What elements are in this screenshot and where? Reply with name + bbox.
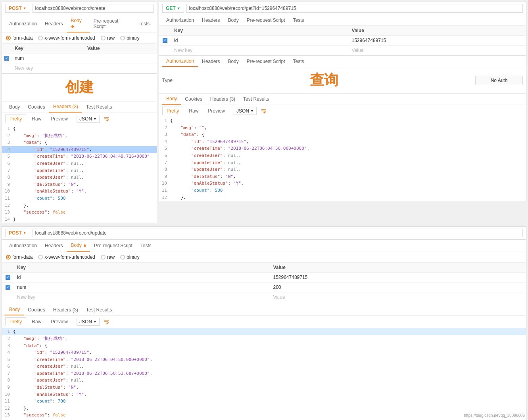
get-method-dropdown[interactable]: GET ▼ [162, 4, 184, 13]
update-cookies-tab[interactable]: Cookies [24, 305, 49, 315]
post-request-bar: POST ▼ [2, 2, 157, 15]
left-preview-tab[interactable]: Preview [47, 115, 72, 123]
update-preview-tab[interactable]: Preview [47, 318, 72, 326]
tab-headers-left[interactable]: Headers [41, 18, 67, 29]
update-headers-tab[interactable]: Headers [41, 240, 67, 251]
json-line-right-10: 10 "enAbleStatus": "Y", [159, 180, 526, 187]
get-pretty-tab[interactable]: Pretty [162, 107, 183, 115]
get-request-bar: GET ▼ [159, 2, 526, 15]
get-headers-3-tab[interactable]: Headers (3) [206, 94, 239, 104]
urlencoded-option-left[interactable]: x-www-form-urlencoded [38, 35, 95, 41]
tab-tests-left[interactable]: Tests [134, 18, 154, 29]
update-auth-tab[interactable]: Authorization [5, 240, 41, 251]
update-form-data-option[interactable]: form-data [6, 254, 33, 260]
get-tests-tab[interactable]: Tests [289, 15, 308, 25]
update-id-value: 1529647489715 [270, 273, 526, 282]
get-body-tab[interactable]: Body [224, 15, 242, 25]
json-line-right-5: 5 "createTime": "2018-06-22T06:04:50.000… [159, 145, 526, 152]
get-auth-tab[interactable]: Authorization [162, 15, 198, 25]
update-new-key: New key [14, 292, 270, 302]
left-pretty-tab[interactable]: Pretty [5, 115, 26, 123]
left-panel: POST ▼ Authorization Headers Body Pre-re… [0, 0, 159, 225]
update-format-select[interactable]: JSON ▼ [77, 318, 100, 326]
get-test-results-tab[interactable]: Test Results [239, 94, 273, 104]
update-prereq-tab[interactable]: Pre-request Script [90, 240, 136, 251]
json-line-right-6: 6 "createUser": null, [159, 152, 526, 159]
get-headers-tab2[interactable]: Headers [198, 56, 224, 67]
left-format-select[interactable]: JSON ▼ [77, 115, 100, 123]
tab-authorization-left[interactable]: Authorization [5, 18, 41, 29]
json-line-right-9: 9 "delStatus": "N", [159, 173, 526, 180]
get-prereq-tab[interactable]: Pre-request Script [243, 15, 289, 25]
left-testresults-tab[interactable]: Test Results [82, 102, 116, 112]
update-tabs-row: Authorization Headers Body Pre-request S… [2, 240, 526, 252]
right-panel: GET ▼ Authorization Headers Body Pre-req… [159, 0, 528, 225]
raw-radio-left [101, 36, 106, 40]
update-binary-option[interactable]: binary [120, 254, 140, 260]
create-label-container: 创建 [2, 74, 157, 101]
get-headers-tab[interactable]: Headers [198, 15, 224, 25]
get-id-checkbox[interactable]: ✓ [163, 38, 167, 43]
update-new-value: Value [270, 292, 526, 302]
update-params-header: Key Value [2, 263, 526, 273]
update-pretty-tab[interactable]: Pretty [5, 317, 26, 326]
update-url-input[interactable] [33, 229, 523, 237]
json-line-left-7: 7 "updateTime": null, [2, 167, 157, 174]
update-id-checkbox[interactable]: ✓ [6, 275, 10, 280]
tab-prerequest-left[interactable]: Pre-request Script [90, 15, 134, 32]
update-method-label: POST [9, 230, 22, 236]
left-wrap-icon[interactable] [103, 115, 111, 123]
update-id-row: ✓ id 1529647489715 [2, 273, 526, 283]
left-raw-tab[interactable]: Raw [28, 115, 45, 123]
auth-type-value: No Auth [475, 76, 523, 85]
update-urlencoded-option[interactable]: x-www-form-urlencoded [38, 254, 95, 260]
get-prereq-tab2[interactable]: Pre-request Script [243, 56, 289, 67]
get-cookies-tab[interactable]: Cookies [181, 94, 206, 104]
get-format-select[interactable]: JSON ▼ [234, 107, 257, 115]
raw-option-left[interactable]: raw [101, 35, 115, 41]
left-cookies-tab[interactable]: Cookies [24, 102, 49, 112]
update-headers-3-tab[interactable]: Headers (3) [49, 305, 82, 315]
get-tests-tab2[interactable]: Tests [289, 56, 308, 67]
update-tests-tab[interactable]: Tests [136, 240, 156, 251]
update-body-tab[interactable]: Body [67, 240, 90, 252]
get-tabs-row: Authorization Headers Body Pre-request S… [159, 15, 526, 26]
get-preview-tab[interactable]: Preview [204, 107, 229, 115]
json-line-bot-12: 12 }, [2, 405, 526, 412]
binary-option-left[interactable]: binary [120, 35, 140, 41]
get-id-value: 1529647489715 [349, 36, 526, 45]
json-line-right-12: 12 }, [159, 194, 526, 201]
update-body-tab-resp[interactable]: Body [5, 304, 24, 315]
json-line-left-12: 12 }, [2, 202, 157, 209]
get-params-header: Key Value [159, 26, 526, 36]
update-num-key: num [14, 283, 270, 292]
main-container: POST ▼ Authorization Headers Body Pre-re… [0, 0, 528, 420]
tab-body-left[interactable]: Body [67, 15, 89, 32]
update-method-dropdown[interactable]: POST ▼ [5, 229, 30, 237]
left-headers-tab[interactable]: Headers (3) [49, 101, 82, 113]
update-wrap-icon[interactable] [103, 318, 111, 326]
get-raw-tab[interactable]: Raw [185, 107, 202, 115]
new-param-row-left: New key [2, 63, 157, 73]
get-url-input[interactable] [186, 4, 523, 13]
update-test-results-tab[interactable]: Test Results [82, 305, 116, 315]
json-line-left-13: 13 "success": false [2, 209, 157, 216]
update-raw-option[interactable]: raw [101, 254, 115, 260]
get-body-tab2[interactable]: Body [224, 56, 242, 67]
get-auth-tab-active[interactable]: Authorization [162, 56, 198, 67]
left-body-tab[interactable]: Body [5, 102, 24, 112]
update-id-key: id [14, 273, 270, 282]
update-num-checkbox[interactable]: ✓ [6, 285, 10, 290]
post-method-dropdown[interactable]: POST ▼ [5, 4, 30, 13]
get-body-tab-active[interactable]: Body [162, 94, 181, 105]
get-auth-panel: Type 查询 No Auth [159, 67, 526, 94]
json-line-right-11: 11 "count": 500 [159, 187, 526, 194]
get-wrap-icon[interactable] [260, 107, 268, 115]
json-line-right-3: 3 "data": { [159, 131, 526, 138]
update-raw-tab[interactable]: Raw [28, 318, 45, 326]
post-url-input[interactable] [33, 4, 154, 13]
num-checkbox[interactable]: ✓ [4, 56, 9, 61]
binary-radio-left [120, 36, 125, 40]
form-data-option-left[interactable]: form-data [6, 35, 33, 41]
json-line-left-1: 1{ [2, 125, 157, 132]
